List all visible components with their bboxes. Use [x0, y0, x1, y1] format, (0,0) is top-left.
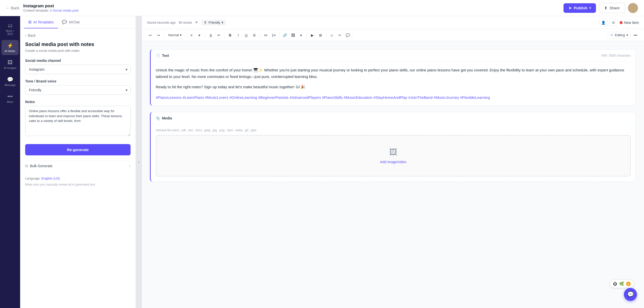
strikethrough-button[interactable]: S	[251, 32, 258, 39]
tone-badge[interactable]: 🎙 Friendly ▾	[201, 20, 226, 25]
image-dropdown[interactable]: ▾	[298, 32, 305, 39]
chat-bubble-icon: 💬	[627, 291, 634, 298]
sidebar-item-ai-images[interactable]: 🖼 AI Images	[2, 57, 19, 72]
notes-textarea[interactable]: Online piano lessons offer a flexible an…	[25, 106, 131, 136]
post-text: Unlock the magic of music from the comfo…	[156, 67, 631, 101]
bold-button[interactable]: B	[227, 32, 234, 39]
template-description: Create a social media post with notes	[25, 49, 131, 53]
text-icon: 📄	[156, 54, 160, 58]
text-content-block: 📄 Text 649 / 3000 characters Unlock the …	[150, 49, 636, 106]
add-media-link[interactable]: Add image/video	[380, 160, 406, 164]
tab-ai-chat[interactable]: 💬 AIChat	[58, 16, 84, 28]
paragraph-2: Ready to hit the right notes? Sign up to…	[156, 84, 631, 90]
brief-seo-icon: 🗂	[8, 23, 13, 28]
toolbar-left: Saved seconds ago 90 words 👁 🎙 Friendly …	[147, 20, 226, 25]
red-dot-icon	[620, 21, 623, 24]
numbered-list-button[interactable]: 1≡	[270, 32, 277, 39]
toolbar-divider	[164, 33, 164, 38]
tone-badge-label: Friendly	[209, 21, 220, 24]
attachment-icon: 📎	[156, 116, 160, 120]
sidebar-item-more[interactable]: ••• More	[2, 91, 19, 106]
page-title: Instagram post	[23, 4, 79, 9]
char-count: 649 / 3000 characters	[601, 54, 631, 57]
chevron-left-icon: ‹	[25, 33, 26, 37]
back-button[interactable]: ← Back	[6, 6, 19, 10]
content-template-label: Content template:	[23, 9, 49, 12]
power-icon[interactable]: ⏻	[613, 282, 617, 286]
notification-badge[interactable]: 2	[626, 282, 631, 286]
toolbar-right: 👤 ⚙ New Item	[599, 19, 639, 27]
bullet-list-button[interactable]: •≡	[262, 32, 269, 39]
align-button[interactable]: ≡	[188, 32, 195, 39]
highlight-button[interactable]: ✏	[215, 32, 222, 39]
emoji-button[interactable]: ☺	[328, 32, 335, 39]
gear-icon: ⚙	[612, 21, 615, 25]
text-color-button[interactable]: A	[207, 32, 214, 39]
sidebar-item-ai-writer[interactable]: ⚡ AI Writer	[2, 40, 19, 55]
sidebar-content: ‹ Back Social media post with notes Crea…	[20, 28, 136, 308]
chevron-right-icon: ›	[129, 164, 131, 168]
sidebar-item-label: AI Images	[4, 66, 16, 69]
channel-select-wrapper: Instagram Facebook Twitter LinkedIn	[25, 65, 131, 74]
chat-icon: 💬	[62, 20, 67, 24]
editor-area: 📄 Text 649 / 3000 characters Unlock the …	[142, 41, 644, 308]
table-button[interactable]: ⊞	[317, 32, 324, 39]
tab-ai-templates[interactable]: ⊞ AI Templates	[24, 16, 58, 28]
comment-button[interactable]: 💬	[344, 32, 351, 39]
underline-button[interactable]: U	[243, 32, 250, 39]
settings-button[interactable]: ⚙	[610, 19, 618, 27]
message-icon: 💬	[7, 76, 13, 82]
chevron-down-icon: ▾	[222, 21, 223, 24]
sidebar-back-button[interactable]: ‹ Back	[25, 33, 131, 37]
user-settings-button[interactable]: 👤	[599, 19, 608, 27]
image-button[interactable]: 🖼	[290, 32, 297, 39]
chevron-down-icon: ▾	[589, 6, 591, 10]
upload-zone[interactable]: 🖼 Add image/video	[156, 135, 631, 177]
toolbar-divider	[224, 33, 225, 38]
style-dropdown[interactable]: Normal ▾	[166, 32, 184, 38]
chat-bubble-button[interactable]: 💬	[624, 288, 637, 301]
italic-button[interactable]: I	[235, 32, 242, 39]
publish-label: Publish	[574, 6, 587, 10]
avatar[interactable]	[628, 3, 638, 13]
editing-label: Editing	[615, 33, 625, 37]
tone-select[interactable]: Friendly Professional Casual Formal	[25, 85, 131, 95]
cut-button[interactable]: ✂	[336, 32, 343, 39]
redo-button[interactable]: ↪	[155, 32, 162, 39]
text-block-body[interactable]: Unlock the magic of music from the comfo…	[151, 62, 636, 106]
text-block-label: Text	[162, 54, 169, 58]
share-button[interactable]: ⬆ Share	[599, 3, 625, 13]
copy-icon: ⧉	[25, 164, 28, 168]
main-content: Saved seconds ago 90 words 👁 🎙 Friendly …	[142, 16, 644, 308]
language-label: Language:	[25, 177, 41, 180]
content-template-link[interactable]: # Social media post	[50, 9, 78, 12]
bulk-generate-row[interactable]: ⧉ Bulk Generate ›	[25, 160, 131, 171]
toolbar-divider	[307, 33, 307, 38]
text-block-title: 📄 Text	[156, 54, 169, 58]
sidebar-item-brief-seo[interactable]: 🗂 Brief + SEO	[2, 20, 19, 38]
publish-button[interactable]: ➤ Publish ▾	[564, 3, 596, 13]
eye-icon[interactable]: 👁	[195, 21, 198, 24]
tone-select-wrapper: Friendly Professional Casual Formal	[25, 85, 131, 95]
paragraph-1: Unlock the magic of music from the comfo…	[156, 67, 631, 80]
regenerate-button[interactable]: Re-generate	[25, 144, 131, 155]
content-template-info: Content template: # Social media post	[23, 9, 79, 12]
toolbar-meta: Saved seconds ago 90 words 👁	[147, 21, 198, 24]
link-button[interactable]: 🔗	[281, 32, 289, 39]
collapse-sidebar-button[interactable]: ‹	[136, 16, 142, 308]
play-button[interactable]: ▶	[309, 32, 316, 39]
channel-select[interactable]: Instagram Facebook Twitter LinkedIn	[25, 65, 131, 74]
leaf-icon[interactable]: 🌿	[619, 281, 624, 286]
new-item-button[interactable]: New Item	[620, 21, 639, 25]
align-dropdown[interactable]: ▾	[196, 32, 203, 39]
sidebar-item-label: Brief + SEO	[4, 29, 17, 35]
sidebar-item-message[interactable]: 💬 Message	[2, 74, 19, 89]
hashtags: #PianoLessons #LearnPiano #MusicLovers #…	[156, 94, 631, 101]
saved-status: Saved seconds ago	[147, 21, 176, 24]
more-options-button[interactable]: •••	[632, 32, 639, 39]
language-link[interactable]: English (US)	[42, 177, 60, 180]
editing-mode-button[interactable]: ✏ Editing ▾	[608, 32, 631, 38]
sidebar-item-label: More	[7, 100, 13, 103]
undo-button[interactable]: ↩	[147, 32, 154, 39]
more-icon: •••	[7, 94, 13, 99]
